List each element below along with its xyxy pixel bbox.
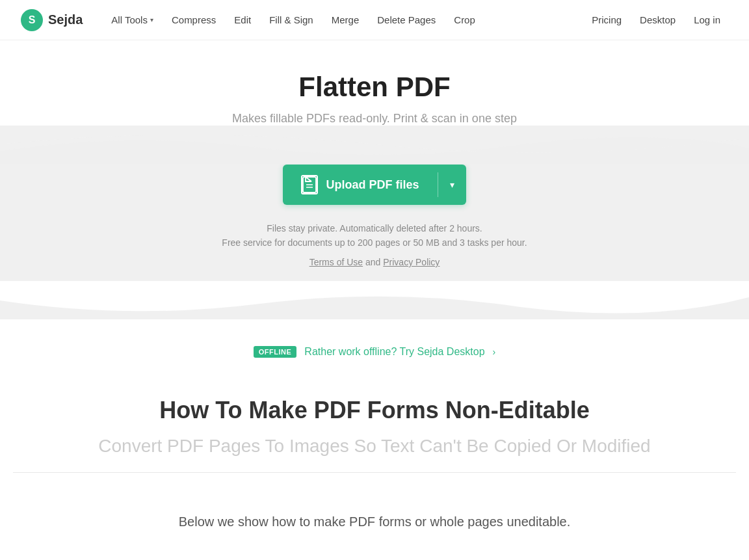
nav-delete-pages[interactable]: Delete Pages	[369, 9, 443, 31]
wave-top-decoration	[0, 125, 749, 164]
terms-of-use-link[interactable]: Terms of Use	[309, 257, 363, 267]
logo-text: Sejda	[48, 12, 83, 27]
navbar: S Sejda All Tools ▾ Compress Edit Fill &…	[0, 0, 749, 40]
page-title: Flatten PDF	[13, 72, 736, 103]
logo-link[interactable]: S Sejda	[21, 9, 83, 31]
offline-badge: OFFLINE	[254, 346, 297, 358]
nav-pricing[interactable]: Pricing	[584, 9, 629, 31]
chevron-down-icon: ▾	[150, 16, 153, 23]
howto-title: How To Make PDF Forms Non-Editable	[13, 397, 736, 424]
nav-desktop[interactable]: Desktop	[632, 9, 683, 31]
below-section: Below we show how to make PDF forms or w…	[0, 486, 749, 544]
nav-edit[interactable]: Edit	[226, 9, 259, 31]
privacy-line2: Free service for documents up to 200 pag…	[13, 237, 736, 248]
howto-divider	[13, 472, 736, 473]
nav-left: All Tools ▾ Compress Edit Fill & Sign Me…	[103, 9, 584, 31]
offline-section: OFFLINE Rather work offline? Try Sejda D…	[0, 319, 749, 377]
privacy-policy-link[interactable]: Privacy Policy	[383, 257, 440, 267]
nav-right: Pricing Desktop Log in	[584, 9, 728, 31]
upload-button-label: Upload PDF files	[326, 178, 419, 192]
nav-compress[interactable]: Compress	[164, 9, 224, 31]
nav-all-tools[interactable]: All Tools ▾	[103, 9, 161, 31]
offline-cta-text: Rather work offline? Try Sejda Desktop	[304, 346, 484, 358]
and-text: and	[365, 257, 383, 267]
nav-login[interactable]: Log in	[686, 9, 728, 31]
howto-subtitle: Convert PDF Pages To Images So Text Can'…	[13, 436, 736, 457]
terms-text: Terms of Use and Privacy Policy	[13, 257, 736, 267]
upload-dropdown-button[interactable]: ▾	[438, 169, 466, 200]
upload-button-container[interactable]: Upload PDF files ▾	[283, 165, 466, 205]
upload-main-button[interactable]: Upload PDF files	[283, 165, 437, 205]
logo-icon: S	[21, 9, 43, 31]
hero-section: Flatten PDF Makes fillable PDFs read-onl…	[0, 40, 749, 126]
upload-section: Upload PDF files ▾ Files stay private. A…	[0, 126, 749, 319]
howto-section: How To Make PDF Forms Non-Editable Conve…	[0, 377, 749, 486]
below-text: Below we show how to make PDF forms or w…	[166, 512, 583, 531]
privacy-line1: Files stay private. Automatically delete…	[13, 223, 736, 233]
offline-chevron-icon: ›	[493, 347, 496, 357]
nav-merge[interactable]: Merge	[324, 9, 367, 31]
hero-subtitle: Makes fillable PDFs read-only. Print & s…	[13, 112, 736, 126]
pdf-file-icon	[301, 175, 318, 194]
wave-bottom-decoration	[0, 281, 749, 320]
offline-pill[interactable]: OFFLINE Rather work offline? Try Sejda D…	[254, 346, 495, 358]
dropdown-chevron-icon: ▾	[450, 180, 454, 190]
nav-fill-sign[interactable]: Fill & Sign	[261, 9, 321, 31]
nav-crop[interactable]: Crop	[446, 9, 483, 31]
